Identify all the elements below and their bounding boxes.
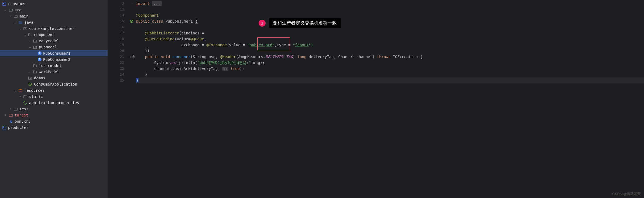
- chevron-right-icon[interactable]: ›: [4, 113, 8, 117]
- tree-label: com.example.consumer: [29, 26, 75, 31]
- tree-label: PubConsumer1: [43, 51, 70, 55]
- chevron-down-icon[interactable]: ⌄: [23, 33, 27, 37]
- code-line[interactable]: )): [136, 48, 644, 54]
- tree-label: resources: [24, 88, 45, 93]
- tree-label: producter: [8, 125, 29, 130]
- tree-label: static: [29, 94, 43, 99]
- tree-easymodel[interactable]: › easymodel: [0, 38, 108, 44]
- code-line[interactable]: }: [136, 77, 644, 83]
- tree-pom[interactable]: › m pom.xml: [0, 118, 108, 124]
- tree-label: demos: [34, 76, 45, 80]
- line-number: 19: [108, 42, 124, 48]
- project-tree-sidebar[interactable]: consumer ⌄ src ⌄ main ⌄ java ⌄ com.examp…: [0, 0, 108, 198]
- tree-label: PubConsumer2: [43, 57, 70, 62]
- tree-label: topicmodel: [39, 63, 61, 68]
- spring-run-icon: [28, 82, 32, 86]
- code-line[interactable]: public class PubConsumer1 {: [136, 18, 644, 24]
- chevron-right-icon[interactable]: ›: [18, 95, 22, 98]
- code-line[interactable]: ›import ...: [136, 1, 644, 6]
- tree-producter[interactable]: producter: [0, 124, 108, 130]
- tree-component[interactable]: ⌄ component: [0, 31, 108, 38]
- fold-icon[interactable]: ›: [131, 1, 133, 6]
- tree-label: application.properties: [29, 101, 79, 105]
- code-line[interactable]: [136, 6, 644, 12]
- svg-line-15: [131, 20, 133, 22]
- chevron-down-icon[interactable]: ⌄: [13, 20, 17, 24]
- package-icon: [33, 63, 37, 68]
- svg-point-2: [25, 28, 26, 29]
- code-line[interactable]: @Component: [136, 12, 644, 18]
- chevron-down-icon[interactable]: ⌄: [9, 14, 12, 18]
- tree-pubconsumer1[interactable]: › C PubConsumer1: [0, 50, 108, 56]
- code-content[interactable]: ›import ... @Component public class PubC…: [136, 0, 644, 198]
- chevron-right-icon[interactable]: ›: [28, 70, 32, 74]
- chevron-right-icon[interactable]: ›: [9, 107, 12, 111]
- tree-workmodel[interactable]: › workModel: [0, 69, 108, 75]
- tree-resources[interactable]: ⌄ resources: [0, 87, 108, 93]
- tree-src[interactable]: ⌄ src: [0, 7, 108, 13]
- code-line[interactable]: System.out.println("pub消费者1接收到的消息是:"+msg…: [136, 60, 644, 66]
- tree-label: src: [15, 8, 21, 12]
- svg-point-4: [35, 41, 36, 41]
- tree-consumer-app[interactable]: › ConsumerApplication: [0, 81, 108, 87]
- tree-label: component: [34, 33, 54, 37]
- chevron-down-icon[interactable]: ⌄: [18, 27, 22, 30]
- tree-label: target: [15, 113, 28, 117]
- svg-point-7: [35, 72, 36, 72]
- class-icon: C: [38, 58, 42, 61]
- tree-label: ConsumerApplication: [34, 82, 77, 86]
- module-icon: [2, 2, 6, 6]
- code-line[interactable]: [136, 24, 644, 30]
- folder-icon: [9, 8, 13, 12]
- code-line[interactable]: @QueueBinding(value=@Queue,: [136, 36, 644, 42]
- tree-label: pubmodel: [39, 45, 57, 49]
- code-editor[interactable]: 3 13 14 15 16 17 18 19 20 21 22 23 24 25…: [108, 0, 644, 198]
- suppress-icon[interactable]: [127, 18, 136, 24]
- tree-label: java: [24, 20, 33, 24]
- usage-icon[interactable]: ⬚ @: [127, 54, 136, 60]
- tree-package-consumer[interactable]: ⌄ com.example.consumer: [0, 25, 108, 31]
- spring-config-icon: [23, 101, 28, 105]
- line-number: 3: [108, 1, 124, 6]
- tree-test[interactable]: › test: [0, 106, 108, 112]
- package-icon: [28, 76, 32, 80]
- tree-target[interactable]: › target: [0, 112, 108, 118]
- tree-consumer[interactable]: consumer: [0, 1, 108, 7]
- chevron-right-icon[interactable]: ›: [28, 39, 32, 43]
- annotation-number-badge: 1: [259, 20, 266, 27]
- folder-icon: [13, 107, 18, 111]
- java-folder-icon: [18, 20, 23, 24]
- svg-point-8: [30, 78, 31, 79]
- tree-pubmodel[interactable]: ⌄ pubmodel: [0, 44, 108, 50]
- code-line[interactable]: public void consumer(String msg, @Header…: [136, 54, 644, 60]
- chevron-down-icon[interactable]: ⌄: [4, 8, 8, 12]
- line-number: 17: [108, 30, 124, 36]
- line-number: 16: [108, 24, 124, 30]
- module-icon: [2, 125, 6, 130]
- maven-icon: m: [9, 119, 13, 123]
- tree-static[interactable]: › static: [0, 93, 108, 100]
- class-icon: C: [38, 51, 42, 55]
- tree-topicmodel[interactable]: › topicmodel: [0, 62, 108, 69]
- line-number: 13: [108, 6, 124, 12]
- code-line[interactable]: exchange = @Exchange(value = "pub_ex_prd…: [136, 42, 644, 48]
- line-number: 18: [108, 36, 124, 42]
- svg-point-3: [30, 34, 31, 35]
- tree-label: consumer: [8, 2, 26, 6]
- tree-app-props[interactable]: › application.properties: [0, 100, 108, 106]
- tree-java[interactable]: ⌄ java: [0, 19, 108, 25]
- folder-icon: [23, 94, 28, 99]
- code-line[interactable]: channel.basicAck(deliveryTag, b: true);: [136, 66, 644, 72]
- package-icon: [23, 26, 28, 31]
- package-icon: [33, 45, 37, 49]
- line-number: 21: [108, 54, 124, 60]
- line-number: 23: [108, 66, 124, 72]
- tree-main[interactable]: ⌄ main: [0, 13, 108, 19]
- code-line[interactable]: @RabbitListener(bindings =: [136, 30, 644, 36]
- code-line[interactable]: }: [136, 72, 644, 77]
- tree-pubconsumer2[interactable]: › C PubConsumer2: [0, 56, 108, 62]
- tree-label: easymodel: [39, 39, 59, 43]
- chevron-down-icon[interactable]: ⌄: [13, 89, 17, 92]
- chevron-down-icon[interactable]: ⌄: [28, 45, 32, 49]
- tree-demos[interactable]: › demos: [0, 75, 108, 81]
